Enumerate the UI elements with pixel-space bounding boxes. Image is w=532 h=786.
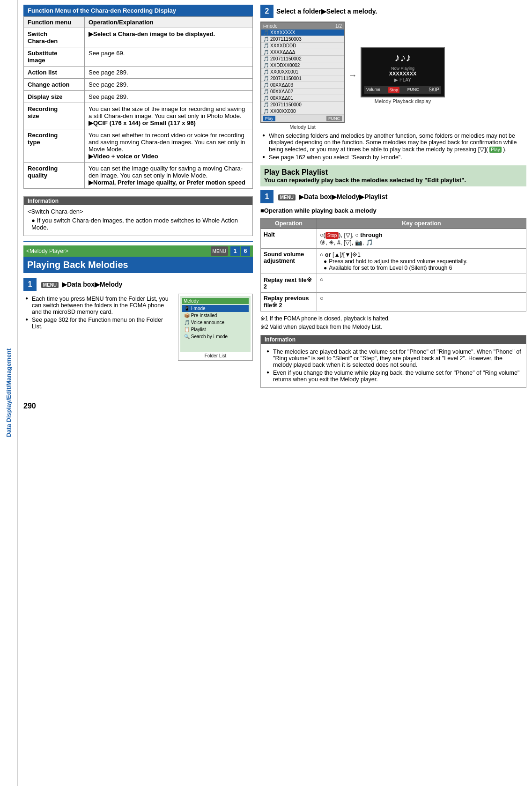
melody-item: 🎵 00XXΔΔ01 [261, 95, 344, 102]
row-name: Change action [24, 79, 85, 91]
imode-label: i-mode [263, 23, 278, 29]
footnote1: ※1 If the FOMA phone is closed, playback… [260, 315, 526, 322]
row-name: Recordingsize [24, 103, 85, 129]
melody-item: 🎵 XXDDXX0002 [261, 62, 344, 69]
step2-header: 2 Select a folder▶Select a melody. [260, 5, 526, 18]
playback-container: ♪♪♪ Now Playing XXXXXXXX ▶ PLAY Volume S… [361, 47, 445, 104]
playlist-step1-label: MENU ▶Data box▶Melody▶Playlist [278, 193, 388, 200]
op-keys: ○(Stop), [▽], ○ through ⑨, ✳, #, [▽], 📷,… [317, 229, 526, 249]
melody-list-screen: i-mode 1/2 🎵 XXXXXXXX 🎵 200711150003 🎵 X… [260, 22, 345, 123]
playback-label: Melody Playback display [361, 98, 445, 104]
melody-item: 🎵 XXXXΔΔΔΔ [261, 49, 344, 56]
sidebar-text: Data Display/Edit/Management [5, 349, 12, 437]
step1-bullets: Each time you press MENU from the Folder… [25, 296, 172, 330]
table-row: Action list See page 289. [24, 67, 253, 79]
melody-player-title: Playing Back Melodies [23, 257, 253, 273]
melody-item: 🎵 00XXΔΔ03 [261, 82, 344, 89]
melody-item: 🎵 200711150002 [261, 56, 344, 62]
playlist-info-content: The melodies are played back at the volu… [261, 344, 526, 387]
info-subheader: <Switch Chara-den> [28, 208, 249, 215]
phone-screen: Melody 📱 i-mode 📦 Pre-installed 🎵 Voice … [180, 296, 251, 352]
step1-header: 1 MENU ▶Data box▶Melody [23, 278, 253, 291]
row-desc: See page 289. [85, 79, 253, 91]
playlist-info-header: Information [261, 335, 526, 344]
info-bullet1: If you switch Chara-den images, the acti… [31, 217, 249, 231]
melody-list-container: i-mode 1/2 🎵 XXXXXXXX 🎵 200711150003 🎵 X… [260, 22, 345, 130]
melody-player-tag-bar: <Melody Player> MENU 1 6 [23, 245, 253, 257]
right-column: 2 Select a folder▶Select a melody. i-mod… [260, 5, 526, 393]
step1-bullet1: Each time you press MENU from the Folder… [25, 296, 172, 315]
function-menu-header: Function Menu of the Chara-den Recording… [23, 5, 253, 16]
play-btn[interactable]: Play [263, 116, 275, 121]
melody-item: 🎵 200711150001 [261, 75, 344, 82]
row-name: Action list [24, 67, 85, 79]
row-name: Display size [24, 91, 85, 103]
info-content: <Switch Chara-den> If you switch Chara-d… [24, 205, 252, 236]
step1-text: Each time you press MENU from the Folder… [23, 294, 172, 361]
melody-screen-top: i-mode 1/2 [261, 22, 344, 30]
step1-section: 1 MENU ▶Data box▶Melody Each time you pr… [23, 278, 253, 361]
folder-list-mockup: Melody 📱 i-mode 📦 Pre-installed 🎵 Voice … [178, 294, 253, 361]
step1-image-col: Melody 📱 i-mode 📦 Pre-installed 🎵 Voice … [178, 294, 253, 361]
row-desc: See page 289. [85, 91, 253, 103]
folder-list-label: Folder List [180, 353, 251, 358]
volume-label: Volume [366, 87, 380, 93]
folder-item: 🔍 Search by i-mode [182, 333, 249, 340]
melody-item: 🎵 XX00XX0001 [261, 69, 344, 75]
information-box: Information <Switch Chara-den> If you sw… [23, 196, 253, 236]
table-row: SwitchChara-den ▶Select a Chara-den imag… [24, 28, 253, 47]
step2-bullets: When selecting folders and melodies by a… [262, 133, 526, 161]
menu-number-badge: MENU 1 6 [211, 246, 250, 256]
playlist-info-bullet2: Even if you change the volume while play… [266, 370, 522, 383]
phone-title-bar: Melody [182, 298, 249, 304]
left-column: Function Menu of the Chara-den Recording… [23, 5, 253, 393]
function-table: Function menu Operation/Explanation Swit… [23, 16, 253, 189]
op-name: Replay next file※ 2 [261, 274, 317, 293]
op-col2-header: Key operation [317, 218, 526, 229]
track-name: XXXXXXXX [364, 71, 441, 76]
folder-item-selected: 📱 i-mode [182, 305, 249, 312]
stop-btn[interactable]: Stop [388, 87, 400, 93]
folder-item: 📦 Pre-installed [182, 312, 249, 319]
table-row: Recordingquality You can set the image q… [24, 163, 253, 189]
row-desc: See page 289. [85, 67, 253, 79]
skip-label: SKIP [429, 87, 439, 93]
op-name: Replay previous file※ 2 [261, 293, 317, 311]
step1-label: MENU ▶Data box▶Melody [41, 281, 123, 288]
op-col1-header: Operation [261, 218, 317, 229]
operation-table: Operation Key operation Halt ○(Stop), [▽… [260, 218, 526, 311]
melody-item: 🎵 00XXΔΔ02 [261, 89, 344, 95]
playback-controls: Volume Stop FUNC SKIP [364, 86, 441, 94]
func-label: FUNC [407, 87, 419, 93]
num-box-1: 1 [230, 246, 240, 256]
step2-num: 2 [260, 5, 273, 18]
op-keys: ○ or [▲]/[▼]※1 Press and hold to adjust … [317, 249, 526, 274]
playlist-info-bullet1: The melodies are played back at the volu… [266, 349, 522, 368]
playlist-section-header: Play Back Playlist You can repeatedly pl… [260, 165, 526, 186]
func-btn[interactable]: FUNC [326, 116, 342, 121]
folder-item: 📋 Playlist [182, 326, 249, 333]
melody-list-label: Melody List [260, 124, 345, 130]
melody-item: 🎵 XXXXDDDD [261, 43, 344, 49]
step2-bullet1: When selecting folders and melodies by a… [262, 133, 526, 153]
melody-item: 🎵 XX00XX000 [261, 108, 344, 115]
melody-player-tag: <Melody Player> [26, 248, 68, 254]
menu-icon-playlist: MENU [278, 194, 296, 200]
op-section-header: ■Operation while playing back a melody [260, 207, 526, 214]
playlist-title: Play Back Playlist [264, 168, 523, 177]
step1-num: 1 [23, 278, 37, 291]
op-name: Sound volumeadjustment [261, 249, 317, 274]
now-playing-icon: ♪♪♪ [364, 51, 441, 64]
op-table-row: Replay next file※ 2 ○ [261, 274, 526, 293]
op-keys: ○ [317, 293, 526, 311]
op-table-row: Halt ○(Stop), [▽], ○ through ⑨, ✳, #, [▽… [261, 229, 526, 249]
melody-item: 🎵 200711150003 [261, 36, 344, 43]
melody-item: 🎵 200711150000 [261, 102, 344, 108]
playlist-step1-num: 1 [260, 190, 273, 203]
step1-content: Each time you press MENU from the Folder… [23, 294, 253, 361]
col1-header: Function menu [24, 17, 85, 28]
step2-label: Select a folder▶Select a melody. [276, 7, 377, 15]
info-header: Information [24, 197, 252, 205]
page-number: 290 [23, 402, 526, 410]
row-name: Recordingtype [24, 129, 85, 163]
